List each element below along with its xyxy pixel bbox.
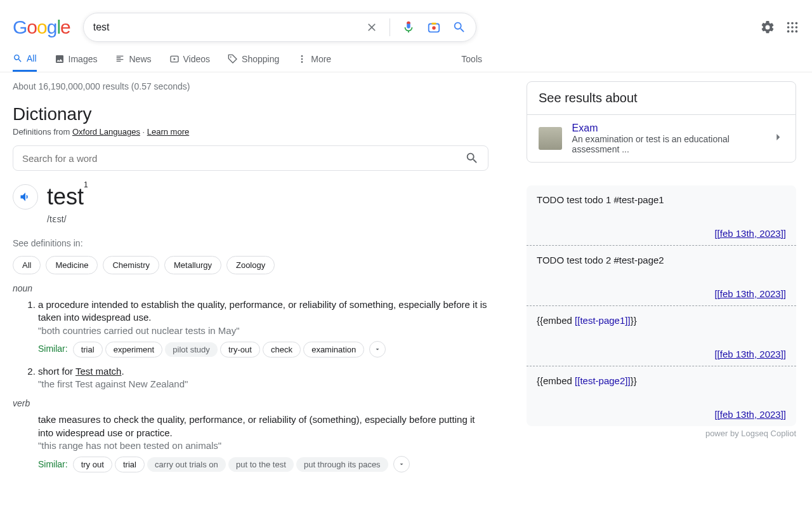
domain-chip[interactable]: Chemistry bbox=[103, 256, 159, 274]
svg-point-16 bbox=[301, 61, 303, 63]
kp-item-exam[interactable]: Exam An examination or test is an educat… bbox=[527, 115, 796, 162]
svg-point-14 bbox=[301, 55, 303, 57]
logseq-card-text: {{embed [[test-page1]]}} bbox=[537, 315, 786, 326]
logseq-card-text: TODO test todo 2 #test-page2 bbox=[537, 255, 786, 265]
tab-news[interactable]: News bbox=[115, 54, 151, 72]
similar-chip[interactable]: put to the test bbox=[228, 457, 294, 472]
learn-more-link[interactable]: Learn more bbox=[147, 127, 189, 137]
clear-icon[interactable] bbox=[365, 21, 378, 34]
similar-chip[interactable]: try-out bbox=[220, 342, 260, 358]
domain-chip[interactable]: Zoology bbox=[226, 256, 275, 274]
tab-label: Videos bbox=[183, 54, 211, 64]
definition-item: a procedure intended to establish the qu… bbox=[38, 298, 488, 358]
pronunciation: /tɛst/ bbox=[47, 214, 488, 224]
logseq-date-link[interactable]: [[feb 13th, 2023]] bbox=[537, 349, 786, 359]
google-logo[interactable]: Google bbox=[13, 17, 70, 38]
speaker-icon bbox=[19, 190, 32, 203]
svg-point-5 bbox=[796, 22, 798, 25]
domain-chip[interactable]: Metallurgy bbox=[164, 256, 221, 274]
tag-icon bbox=[228, 54, 238, 64]
svg-point-11 bbox=[796, 30, 798, 33]
word-search-box[interactable] bbox=[13, 145, 488, 171]
dictionary-heading: Dictionary bbox=[13, 104, 488, 124]
expand-button[interactable] bbox=[393, 456, 410, 472]
chevron-down-icon bbox=[398, 460, 405, 468]
logseq-date-link[interactable]: [[feb 13th, 2023]] bbox=[537, 228, 786, 239]
domain-chip[interactable]: All bbox=[13, 256, 41, 274]
source-link[interactable]: Oxford Languages bbox=[72, 127, 140, 137]
word-search-input[interactable] bbox=[22, 153, 465, 164]
logseq-page-link[interactable]: [[test-page1]] bbox=[575, 315, 631, 326]
tab-all[interactable]: All bbox=[13, 53, 37, 72]
kp-thumbnail bbox=[539, 127, 562, 150]
headword: test1 bbox=[47, 184, 88, 210]
voice-search-icon[interactable] bbox=[402, 20, 416, 34]
knowledge-panel: See results about Exam An examination or… bbox=[527, 81, 796, 163]
tab-label: All bbox=[27, 53, 37, 64]
tab-label: News bbox=[129, 54, 151, 64]
pronounce-button[interactable] bbox=[13, 184, 38, 210]
similar-chip[interactable]: put through its paces bbox=[296, 457, 388, 472]
logseq-panel: TODO test todo 1 #test-page1[[feb 13th, … bbox=[527, 185, 796, 426]
svg-point-7 bbox=[791, 26, 794, 29]
logseq-card-text: TODO test todo 1 #test-page1 bbox=[537, 194, 786, 205]
svg-point-3 bbox=[787, 22, 790, 25]
similar-chip[interactable]: try out bbox=[73, 457, 112, 472]
svg-rect-2 bbox=[431, 23, 436, 25]
tab-shopping[interactable]: Shopping bbox=[228, 54, 279, 72]
similar-chip[interactable]: pilot study bbox=[165, 342, 218, 357]
similar-chip[interactable]: check bbox=[263, 342, 301, 358]
svg-point-10 bbox=[791, 30, 794, 33]
svg-point-1 bbox=[432, 26, 436, 30]
apps-icon[interactable] bbox=[785, 20, 799, 34]
result-stats: About 16,190,000,000 results (0.57 secon… bbox=[13, 81, 488, 91]
chevron-down-icon bbox=[374, 345, 381, 353]
tools-button[interactable]: Tools bbox=[461, 54, 482, 72]
search-input[interactable] bbox=[93, 22, 365, 33]
logseq-card[interactable]: {{embed [[test-page2]]}}[[feb 13th, 2023… bbox=[527, 366, 796, 426]
similar-label: Similar: bbox=[38, 458, 68, 471]
similar-label: Similar: bbox=[38, 343, 68, 355]
kp-item-desc: An examination or test is an educational… bbox=[572, 134, 761, 154]
domain-chip[interactable]: Medicine bbox=[46, 256, 98, 274]
tab-more[interactable]: More bbox=[297, 54, 331, 72]
logseq-date-link[interactable]: [[feb 13th, 2023]] bbox=[537, 409, 786, 420]
svg-point-9 bbox=[787, 30, 790, 33]
logseq-card[interactable]: TODO test todo 1 #test-page1[[feb 13th, … bbox=[527, 185, 796, 246]
pos-noun: noun bbox=[13, 283, 488, 293]
logseq-power: power by Logseq Copliot bbox=[527, 429, 796, 438]
search-icon bbox=[13, 53, 23, 64]
svg-point-6 bbox=[787, 26, 790, 29]
similar-chip[interactable]: examination bbox=[303, 342, 364, 358]
search-icon[interactable] bbox=[452, 20, 466, 34]
definition-item: short for Test match. "the first Test ag… bbox=[38, 365, 488, 391]
logseq-date-link[interactable]: [[feb 13th, 2023]] bbox=[537, 288, 786, 299]
svg-point-4 bbox=[791, 22, 794, 25]
logseq-card-text: {{embed [[test-page2]]}} bbox=[537, 375, 786, 386]
logseq-card[interactable]: TODO test todo 2 #test-page2[[feb 13th, … bbox=[527, 246, 796, 306]
tab-videos[interactable]: Videos bbox=[169, 54, 211, 72]
see-definitions-label: See definitions in: bbox=[13, 238, 488, 248]
tab-label: Shopping bbox=[242, 54, 279, 64]
logseq-page-link[interactable]: [[test-page2]] bbox=[575, 375, 631, 386]
similar-chip[interactable]: carry out trials on bbox=[147, 457, 226, 472]
kp-heading: See results about bbox=[527, 82, 796, 115]
search-box[interactable] bbox=[83, 13, 476, 42]
chevron-right-icon bbox=[771, 131, 784, 146]
video-icon bbox=[169, 54, 180, 64]
gear-icon[interactable] bbox=[760, 20, 775, 35]
similar-chip[interactable]: trial bbox=[115, 457, 145, 472]
similar-chip[interactable]: experiment bbox=[105, 342, 162, 358]
svg-point-15 bbox=[301, 58, 303, 60]
expand-button[interactable] bbox=[369, 341, 386, 358]
svg-point-13 bbox=[230, 56, 232, 57]
test-match-link[interactable]: Test match bbox=[75, 366, 122, 377]
tab-images[interactable]: Images bbox=[55, 54, 98, 72]
dictionary-source: Definitions from Oxford Languages · Lear… bbox=[13, 127, 488, 137]
news-icon bbox=[115, 54, 125, 64]
image-search-icon[interactable] bbox=[427, 20, 441, 34]
pos-verb: verb bbox=[13, 398, 488, 408]
logseq-card[interactable]: {{embed [[test-page1]]}}[[feb 13th, 2023… bbox=[527, 306, 796, 366]
search-icon bbox=[465, 151, 479, 165]
similar-chip[interactable]: trial bbox=[73, 342, 103, 358]
